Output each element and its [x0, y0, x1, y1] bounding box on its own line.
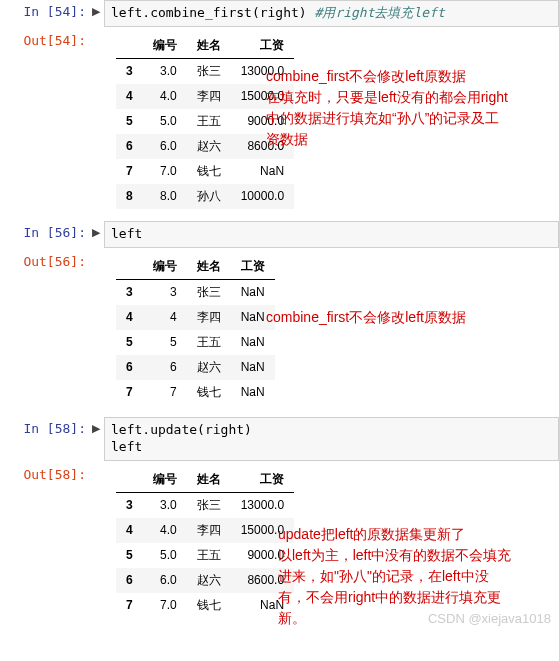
cell-value: 7.0 [143, 593, 187, 618]
run-icon[interactable]: ▶ [92, 417, 104, 435]
cell-value: 赵六 [187, 134, 231, 159]
col-header: 工资 [231, 254, 275, 280]
row-index: 7 [116, 159, 143, 184]
cell-value: 钱七 [187, 593, 231, 618]
input-row: In [56]: ▶ left [0, 221, 559, 248]
cell-value: 赵六 [187, 355, 231, 380]
cell-value: 张三 [187, 492, 231, 518]
annotation-line: combine_first不会修改left原数据 [266, 68, 466, 84]
col-header: 工资 [231, 33, 294, 59]
annotation-line: 进来，如"孙八"的记录，在left中没 [278, 568, 489, 584]
col-header: 编号 [143, 467, 187, 493]
cell-value: NaN [231, 355, 275, 380]
run-icon[interactable]: ▶ [92, 0, 104, 18]
row-index: 8 [116, 184, 143, 209]
row-index: 5 [116, 109, 143, 134]
cell-value: 王五 [187, 109, 231, 134]
annotation-line: 有，不会用right中的数据进行填充更 [278, 589, 501, 605]
row-index: 6 [116, 568, 143, 593]
row-index: 7 [116, 593, 143, 618]
row-index: 4 [116, 84, 143, 109]
run-icon[interactable]: ▶ [92, 221, 104, 239]
input-row: In [58]: ▶ left.update(right) left [0, 417, 559, 461]
table-row: 33张三NaN [116, 279, 275, 305]
row-index: 4 [116, 518, 143, 543]
cell-value: 5 [143, 330, 187, 355]
table-row: 88.0孙八10000.0 [116, 184, 294, 209]
col-header: 姓名 [187, 254, 231, 280]
row-index: 3 [116, 492, 143, 518]
code-input[interactable]: left [104, 221, 559, 248]
cell-value: 4 [143, 305, 187, 330]
row-index: 4 [116, 305, 143, 330]
cell-value: 3.0 [143, 58, 187, 84]
cell-value: NaN [231, 279, 275, 305]
input-row: In [54]: ▶ left.combine_first(right) #用r… [0, 0, 559, 27]
out-prompt: Out[58]: [0, 463, 92, 482]
in-prompt: In [54]: [0, 0, 92, 19]
out-prompt: Out[54]: [0, 29, 92, 48]
cell-value: NaN [231, 380, 275, 405]
table-row: 66赵六NaN [116, 355, 275, 380]
code-input[interactable]: left.update(right) left [104, 417, 559, 461]
cell-value: 3 [143, 279, 187, 305]
table-row: 44李四NaN [116, 305, 275, 330]
table-row: 44.0李四15000.0 [116, 518, 294, 543]
row-index: 5 [116, 330, 143, 355]
table-row: 55.0王五9000.0 [116, 543, 294, 568]
cell-value: 4.0 [143, 84, 187, 109]
row-index: 3 [116, 58, 143, 84]
cell-value: 张三 [187, 279, 231, 305]
output-content: 编号姓名工资33.0张三13000.044.0李四15000.055.0王五90… [104, 463, 294, 622]
cell-value: 张三 [187, 58, 231, 84]
row-index: 7 [116, 380, 143, 405]
annotation-line: update把left的原数据集更新了 [278, 526, 466, 542]
table-row: 55王五NaN [116, 330, 275, 355]
code-input[interactable]: left.combine_first(right) #用right去填充left [104, 0, 559, 27]
cell-value: 3.0 [143, 492, 187, 518]
row-index: 3 [116, 279, 143, 305]
table-row: 66.0赵六8600.0 [116, 568, 294, 593]
cell-value: 赵六 [187, 568, 231, 593]
cell-value: 李四 [187, 84, 231, 109]
col-header: 编号 [143, 33, 187, 59]
cell-value: 钱七 [187, 380, 231, 405]
watermark: CSDN @xiejava1018 [428, 611, 551, 626]
annotation-line: 以left为主，left中没有的数据不会填充 [278, 547, 511, 563]
output-row: Out[56]: 编号姓名工资33张三NaN44李四NaN55王五NaN66赵六… [0, 250, 559, 409]
cell-value: 李四 [187, 305, 231, 330]
in-prompt: In [58]: [0, 417, 92, 436]
cell-value: 6 [143, 355, 187, 380]
dataframe-table: 编号姓名工资33.0张三13000.044.0李四15000.055.0王五90… [116, 467, 294, 618]
row-index: 6 [116, 134, 143, 159]
annotation-line: 资数据 [266, 131, 308, 147]
annotation-2: combine_first不会修改left原数据 [266, 307, 466, 328]
cell-value: 7 [143, 380, 187, 405]
cell-value: NaN [231, 159, 294, 184]
table-row: 77钱七NaN [116, 380, 275, 405]
annotation-1: combine_first不会修改left原数据 在填充时，只要是left没有的… [266, 66, 508, 150]
table-row: 33.0张三13000.0 [116, 492, 294, 518]
cell-value: 6.0 [143, 134, 187, 159]
cell-value: 10000.0 [231, 184, 294, 209]
row-index: 6 [116, 355, 143, 380]
table-row: 77.0钱七NaN [116, 593, 294, 618]
cell-value: 5.0 [143, 109, 187, 134]
out-prompt: Out[56]: [0, 250, 92, 269]
cell-value: 李四 [187, 518, 231, 543]
cell-value: 6.0 [143, 568, 187, 593]
cell-value: 13000.0 [231, 492, 294, 518]
cell-value: 王五 [187, 543, 231, 568]
cell-value: 王五 [187, 330, 231, 355]
dataframe-table: 编号姓名工资33张三NaN44李四NaN55王五NaN66赵六NaN77钱七Na… [116, 254, 275, 405]
col-header: 姓名 [187, 33, 231, 59]
annotation-line: 新。 [278, 610, 306, 626]
row-index: 5 [116, 543, 143, 568]
table-row: 77.0钱七NaN [116, 159, 294, 184]
cell-value: 8.0 [143, 184, 187, 209]
in-prompt: In [56]: [0, 221, 92, 240]
cell-value: 钱七 [187, 159, 231, 184]
annotation-line: 在填充时，只要是left没有的都会用right [266, 89, 508, 105]
annotation-line: 中的数据进行填充如“孙八”的记录及工 [266, 110, 499, 126]
cell-value: 5.0 [143, 543, 187, 568]
